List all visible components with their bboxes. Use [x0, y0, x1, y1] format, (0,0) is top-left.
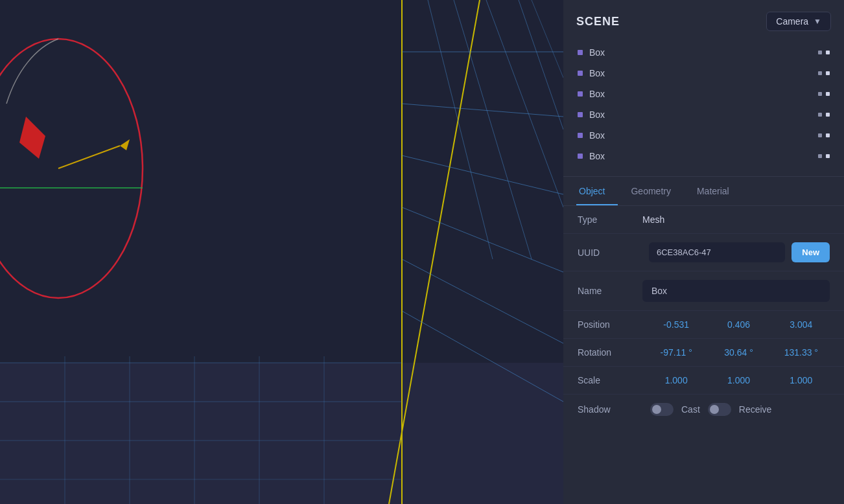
list-item[interactable]: Box: [571, 105, 836, 124]
tab-geometry[interactable]: Geometry: [628, 177, 683, 205]
visibility-icon: [818, 92, 822, 96]
visibility-icon: [818, 113, 822, 117]
item-icons: [818, 71, 830, 75]
chevron-down-icon: ▼: [814, 17, 821, 26]
lock-icon: [826, 133, 830, 137]
item-dot: [578, 133, 583, 138]
item-label: Box: [589, 130, 812, 141]
item-label: Box: [589, 68, 812, 78]
tab-object[interactable]: Object: [576, 177, 618, 205]
item-icons: [818, 113, 830, 117]
svg-rect-2: [0, 343, 563, 363]
list-item[interactable]: Box: [571, 126, 836, 145]
cast-label: Cast: [681, 404, 700, 415]
camera-dropdown[interactable]: Camera ▼: [766, 12, 831, 31]
lock-icon: [826, 154, 830, 158]
scale-label: Scale: [578, 375, 642, 385]
list-item[interactable]: Box: [571, 43, 836, 62]
uuid-input[interactable]: [649, 242, 785, 262]
scene-list: Box Box Box Box: [563, 40, 844, 176]
name-row: Name: [563, 271, 844, 311]
item-icons: [818, 92, 830, 96]
name-input[interactable]: [642, 280, 830, 302]
uuid-label: UUID: [578, 247, 642, 258]
visibility-icon: [818, 51, 822, 54]
rotation-row: Rotation -97.11 ° 30.64 ° 131.33 °: [563, 339, 844, 367]
scale-z[interactable]: 1.000: [773, 375, 830, 385]
visibility-icon: [818, 133, 822, 137]
item-icons: [818, 154, 830, 158]
rotation-y[interactable]: 30.64 °: [710, 347, 767, 358]
right-panel: SCENE Camera ▼ Box Box Box: [563, 0, 844, 504]
scale-y[interactable]: 1.000: [710, 375, 767, 385]
item-label: Box: [589, 89, 812, 99]
rotation-x[interactable]: -97.11 °: [648, 347, 705, 358]
shadow-receive-toggle[interactable]: [708, 403, 731, 416]
type-value: Mesh: [642, 214, 830, 225]
item-dot: [578, 71, 583, 76]
item-icons: [818, 51, 830, 54]
lock-icon: [826, 51, 830, 54]
position-x[interactable]: -0.531: [648, 319, 705, 330]
list-item[interactable]: Box: [571, 146, 836, 166]
new-uuid-button[interactable]: New: [791, 242, 830, 262]
item-icons: [818, 133, 830, 137]
scale-row: Scale 1.000 1.000 1.000: [563, 367, 844, 395]
receive-label: Receive: [739, 404, 772, 415]
item-dot: [578, 91, 583, 97]
viewport[interactable]: [0, 0, 563, 504]
shadow-label: Shadow: [578, 404, 642, 415]
name-label: Name: [578, 286, 642, 296]
lock-icon: [826, 92, 830, 96]
scale-x[interactable]: 1.000: [648, 375, 705, 385]
shadow-cast-toggle[interactable]: [650, 403, 674, 416]
lock-icon: [826, 113, 830, 117]
rotation-label: Rotation: [578, 347, 642, 358]
properties-panel: Type Mesh UUID New Name Position -0.531 …: [563, 206, 844, 504]
svg-rect-1: [0, 356, 563, 504]
visibility-icon: [818, 154, 822, 158]
item-dot: [578, 112, 583, 117]
item-dot: [578, 50, 583, 55]
camera-label: Camera: [776, 16, 808, 27]
type-label: Type: [578, 214, 642, 225]
list-item[interactable]: Box: [571, 63, 836, 83]
position-z[interactable]: 3.004: [773, 319, 830, 330]
type-row: Type Mesh: [563, 206, 844, 234]
shadow-row: Shadow Cast Receive: [563, 395, 844, 424]
position-row: Position -0.531 0.406 3.004: [563, 311, 844, 339]
list-item[interactable]: Box: [571, 84, 836, 104]
position-y[interactable]: 0.406: [710, 319, 767, 330]
item-label: Box: [589, 151, 812, 161]
visibility-icon: [818, 71, 822, 75]
scene-title: SCENE: [576, 15, 620, 29]
item-label: Box: [589, 109, 812, 120]
item-label: Box: [589, 47, 812, 58]
position-label: Position: [578, 319, 642, 330]
rotation-z[interactable]: 131.33 °: [773, 347, 830, 358]
tabs-bar: Object Geometry Material: [563, 177, 844, 206]
lock-icon: [826, 71, 830, 75]
uuid-row: UUID New: [563, 234, 844, 271]
scene-header: SCENE Camera ▼: [563, 0, 844, 40]
tab-material[interactable]: Material: [694, 177, 742, 205]
item-dot: [578, 154, 583, 159]
